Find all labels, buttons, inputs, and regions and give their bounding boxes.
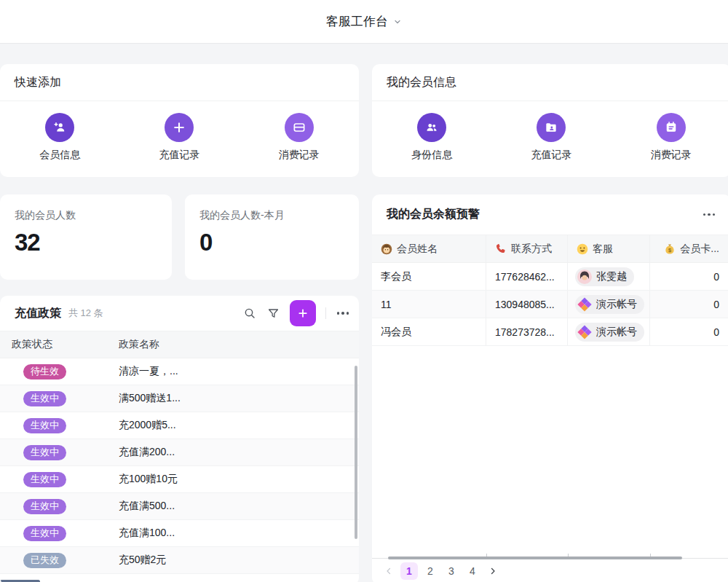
status-badge: 生效中 <box>23 418 66 433</box>
plus-icon <box>296 306 310 321</box>
balance-card-title: 我的会员余额预警 <box>387 207 480 222</box>
balance-table-header: 会员姓名 联系方式 客服 $ 会员卡... <box>372 235 728 263</box>
member-identity-info[interactable]: 身份信息 <box>372 101 491 162</box>
quick-add-member-info-label: 会员信息 <box>39 149 80 162</box>
table-row[interactable]: 生效中 满500赠送1... <box>0 385 359 412</box>
member-name: 11 <box>372 291 486 318</box>
status-badge: 生效中 <box>23 391 66 406</box>
chevron-left-icon[interactable] <box>381 562 397 580</box>
member-phone: 130948085... <box>486 291 568 318</box>
top-bar: 客服工作台 <box>0 0 728 44</box>
quick-add-card: 快速添加 会员信息 充值记录 消费记录 <box>0 64 359 177</box>
add-user-icon <box>45 113 74 142</box>
member-recharge-record-label: 充值记录 <box>531 149 571 162</box>
member-info-card: 我的会员信息 身份信息 充值记录 消费记录 <box>372 64 728 177</box>
demo-diamond-avatar <box>577 325 592 339</box>
horizontal-scrollbar[interactable] <box>388 557 682 559</box>
moneybag-icon: $ <box>664 243 676 255</box>
policy-record-count: 共 12 条 <box>68 307 103 320</box>
table-row[interactable]: 待生效 清凉一夏，... <box>0 358 359 385</box>
policy-card-title: 充值政策 <box>15 306 61 321</box>
policy-name: 充2000赠5... <box>113 419 359 432</box>
member-name: 冯会员 <box>372 318 486 345</box>
policy-name: 充值满100... <box>113 527 359 540</box>
policy-name: 充值满200... <box>113 446 359 459</box>
dashboard: 客服工作台 快速添加 会员信息 充值记录 <box>0 0 728 582</box>
plus-icon <box>165 113 194 142</box>
balance-warning-card: 我的会员余额预警 会员姓名 联系方式 客服 $ 会员卡... 李会员 1 <box>372 194 728 582</box>
page-button-3[interactable]: 3 <box>443 562 460 580</box>
add-record-button[interactable] <box>290 300 316 326</box>
chevron-right-icon[interactable] <box>485 562 501 580</box>
quick-add-member-info[interactable]: 会员信息 <box>0 101 119 162</box>
page-button-2[interactable]: 2 <box>422 562 439 580</box>
column-header-member-card[interactable]: $ 会员卡... <box>650 235 728 262</box>
more-icon[interactable] <box>336 309 351 318</box>
column-header-agent[interactable]: 客服 <box>568 235 650 262</box>
card-icon <box>285 113 314 142</box>
page-button-1[interactable]: 1 <box>400 562 418 580</box>
table-row[interactable]: 生效中 充值满200... <box>0 439 359 466</box>
table-row[interactable]: 李会员 177628462... 张雯越 0 <box>372 263 728 291</box>
policy-table-header: 政策状态 政策名称 <box>0 331 359 358</box>
member-recharge-record[interactable]: 充值记录 <box>491 101 611 162</box>
demo-diamond-avatar <box>577 297 592 312</box>
table-row[interactable]: 11 130948085... 演示帐号 0 <box>372 291 728 318</box>
member-card-value: 0 <box>650 263 728 290</box>
member-phone: 177628462... <box>486 263 568 290</box>
quick-add-consumption-record[interactable]: 消费记录 <box>240 101 359 162</box>
stat-card-member-count-month: 我的会员人数-本月 0 <box>185 194 359 280</box>
policy-name: 充100赠10元 <box>113 473 359 486</box>
toolbar-divider <box>325 307 326 319</box>
page-button-4[interactable]: 4 <box>464 562 481 580</box>
woman-icon <box>381 243 392 255</box>
page-title[interactable]: 客服工作台 <box>326 13 388 30</box>
quick-add-recharge-record-label: 充值记录 <box>159 149 199 162</box>
agent-chip: 演示帐号 <box>575 323 644 342</box>
girl-photo-avatar <box>577 270 592 284</box>
more-icon[interactable] <box>702 211 717 219</box>
table-row[interactable]: 生效中 充值满500... <box>0 493 359 520</box>
member-phone: 178273728... <box>486 318 568 345</box>
column-header-contact[interactable]: 联系方式 <box>486 235 568 262</box>
status-badge: 生效中 <box>23 526 66 541</box>
filter-icon[interactable] <box>266 307 280 321</box>
vertical-scrollbar[interactable] <box>355 366 357 539</box>
people-icon <box>417 113 446 142</box>
member-consumption-record[interactable]: 消费记录 <box>612 101 728 162</box>
chevron-down-icon[interactable] <box>393 17 402 26</box>
member-name: 李会员 <box>372 263 486 290</box>
member-identity-info-label: 身份信息 <box>411 149 452 162</box>
folder-user-icon <box>537 113 566 142</box>
policy-name: 充值满500... <box>113 500 359 513</box>
policy-name: 充50赠2元 <box>113 554 359 567</box>
stat-label: 我的会员人数 <box>15 209 157 222</box>
stat-card-member-count: 我的会员人数 32 <box>0 194 172 280</box>
phone-icon <box>495 243 507 255</box>
column-header-member-name[interactable]: 会员姓名 <box>372 235 486 262</box>
smiley-icon <box>577 243 588 255</box>
agent-chip: 演示帐号 <box>575 295 644 314</box>
column-header-name[interactable]: 政策名称 <box>113 338 359 351</box>
column-header-status[interactable]: 政策状态 <box>0 338 113 351</box>
policy-name: 清凉一夏，... <box>113 365 359 378</box>
quick-add-recharge-record[interactable]: 充值记录 <box>119 101 239 162</box>
table-row[interactable]: 生效中 充100赠10元 <box>0 466 359 493</box>
status-badge: 生效中 <box>23 445 66 460</box>
member-info-title: 我的会员信息 <box>372 64 728 101</box>
calendar-icon <box>657 113 686 142</box>
stat-value: 32 <box>15 229 157 256</box>
quick-add-title: 快速添加 <box>0 64 359 101</box>
table-row[interactable]: 冯会员 178273728... 演示帐号 0 <box>372 318 728 346</box>
quick-add-consumption-record-label: 消费记录 <box>279 149 320 162</box>
status-badge: 生效中 <box>23 499 66 514</box>
table-row[interactable]: 生效中 充2000赠5... <box>0 412 359 439</box>
member-card-value: 0 <box>650 318 728 345</box>
table-row[interactable]: 生效中 充值满100... <box>0 520 359 547</box>
table-row[interactable]: 已失效 充50赠2元 <box>0 547 359 574</box>
agent-name: 张雯越 <box>596 270 627 283</box>
policy-name: 满500赠送1... <box>113 392 359 405</box>
search-icon[interactable] <box>242 306 257 321</box>
stat-label: 我的会员人数-本月 <box>199 209 344 222</box>
status-badge: 已失效 <box>23 553 66 568</box>
